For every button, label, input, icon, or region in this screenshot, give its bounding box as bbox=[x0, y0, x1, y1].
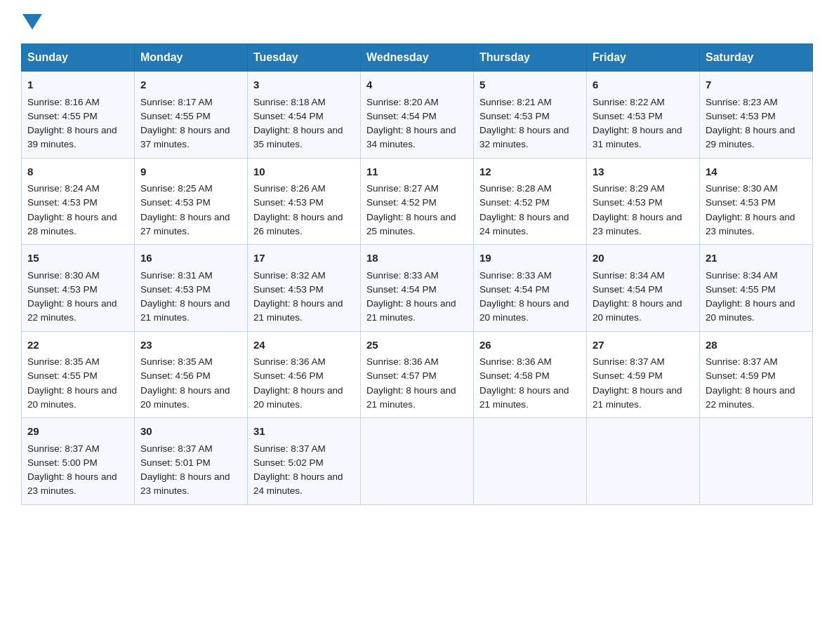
day-number: 23 bbox=[140, 337, 241, 354]
sunrise-text: Sunrise: 8:37 AM bbox=[27, 443, 100, 454]
sunset-text: Sunset: 4:55 PM bbox=[140, 111, 211, 121]
day-number: 12 bbox=[479, 164, 581, 180]
daylight-text: Daylight: 8 hours and 31 minutes. bbox=[593, 125, 682, 149]
sunrise-text: Sunrise: 8:37 AM bbox=[593, 356, 665, 367]
sunset-text: Sunset: 4:57 PM bbox=[366, 370, 437, 381]
day-number: 10 bbox=[253, 164, 355, 180]
sunrise-text: Sunrise: 8:17 AM bbox=[140, 97, 213, 107]
calendar-header-friday: Friday bbox=[587, 44, 700, 72]
svg-marker-0 bbox=[22, 14, 42, 29]
calendar-cell: 21 Sunrise: 8:34 AM Sunset: 4:55 PM Dayl… bbox=[700, 245, 813, 332]
sunset-text: Sunset: 4:53 PM bbox=[27, 284, 98, 295]
calendar-cell: 14 Sunrise: 8:30 AM Sunset: 4:53 PM Dayl… bbox=[700, 158, 813, 245]
sunset-text: Sunset: 5:01 PM bbox=[140, 457, 211, 468]
calendar-cell: 7 Sunrise: 8:23 AM Sunset: 4:53 PM Dayli… bbox=[700, 72, 813, 159]
sunrise-text: Sunrise: 8:34 AM bbox=[706, 270, 778, 281]
day-number: 16 bbox=[140, 250, 241, 267]
calendar-cell: 27 Sunrise: 8:37 AM Sunset: 4:59 PM Dayl… bbox=[587, 331, 700, 418]
day-number: 25 bbox=[366, 337, 468, 354]
calendar-cell: 25 Sunrise: 8:36 AM Sunset: 4:57 PM Dayl… bbox=[361, 331, 474, 418]
calendar-week-row: 8 Sunrise: 8:24 AM Sunset: 4:53 PM Dayli… bbox=[22, 158, 813, 245]
sunset-text: Sunset: 4:52 PM bbox=[366, 197, 437, 208]
sunset-text: Sunset: 4:56 PM bbox=[140, 370, 211, 381]
daylight-text: Daylight: 8 hours and 34 minutes. bbox=[366, 125, 456, 149]
sunrise-text: Sunrise: 8:37 AM bbox=[253, 443, 326, 454]
daylight-text: Daylight: 8 hours and 21 minutes. bbox=[479, 385, 569, 410]
daylight-text: Daylight: 8 hours and 20 minutes. bbox=[479, 298, 569, 323]
sunset-text: Sunset: 4:53 PM bbox=[140, 197, 211, 208]
sunset-text: Sunset: 4:52 PM bbox=[479, 197, 550, 208]
daylight-text: Daylight: 8 hours and 21 minutes. bbox=[140, 298, 230, 323]
sunset-text: Sunset: 4:53 PM bbox=[140, 284, 211, 295]
calendar-cell: 12 Sunrise: 8:28 AM Sunset: 4:52 PM Dayl… bbox=[474, 158, 587, 245]
sunrise-text: Sunrise: 8:21 AM bbox=[479, 97, 552, 107]
calendar-cell: 1 Sunrise: 8:16 AM Sunset: 4:55 PM Dayli… bbox=[22, 72, 135, 159]
sunrise-text: Sunrise: 8:22 AM bbox=[593, 97, 665, 107]
calendar-cell: 31 Sunrise: 8:37 AM Sunset: 5:02 PM Dayl… bbox=[248, 418, 361, 505]
sunrise-text: Sunrise: 8:37 AM bbox=[140, 443, 213, 454]
calendar-cell: 16 Sunrise: 8:31 AM Sunset: 4:53 PM Dayl… bbox=[135, 245, 248, 332]
sunrise-text: Sunrise: 8:28 AM bbox=[479, 183, 552, 194]
sunrise-text: Sunrise: 8:16 AM bbox=[27, 97, 100, 107]
calendar-header-wednesday: Wednesday bbox=[361, 44, 474, 72]
calendar-cell bbox=[361, 418, 474, 505]
daylight-text: Daylight: 8 hours and 39 minutes. bbox=[27, 125, 117, 149]
sunrise-text: Sunrise: 8:33 AM bbox=[479, 270, 552, 281]
calendar-header-monday: Monday bbox=[135, 44, 248, 72]
sunset-text: Sunset: 4:59 PM bbox=[593, 370, 663, 381]
calendar-header-row: SundayMondayTuesdayWednesdayThursdayFrid… bbox=[22, 44, 813, 72]
calendar-cell: 10 Sunrise: 8:26 AM Sunset: 4:53 PM Dayl… bbox=[248, 158, 361, 245]
calendar-cell: 8 Sunrise: 8:24 AM Sunset: 4:53 PM Dayli… bbox=[22, 158, 135, 245]
sunrise-text: Sunrise: 8:32 AM bbox=[253, 270, 326, 281]
day-number: 9 bbox=[140, 164, 241, 180]
calendar-cell: 29 Sunrise: 8:37 AM Sunset: 5:00 PM Dayl… bbox=[22, 418, 135, 505]
calendar-cell: 23 Sunrise: 8:35 AM Sunset: 4:56 PM Dayl… bbox=[135, 331, 248, 418]
daylight-text: Daylight: 8 hours and 28 minutes. bbox=[27, 212, 117, 236]
day-number: 17 bbox=[253, 250, 355, 267]
calendar-cell: 5 Sunrise: 8:21 AM Sunset: 4:53 PM Dayli… bbox=[474, 72, 587, 159]
day-number: 31 bbox=[253, 424, 355, 440]
day-number: 29 bbox=[27, 424, 128, 440]
sunset-text: Sunset: 5:02 PM bbox=[253, 457, 324, 468]
day-number: 19 bbox=[479, 250, 581, 267]
daylight-text: Daylight: 8 hours and 20 minutes. bbox=[253, 385, 343, 410]
calendar-cell: 2 Sunrise: 8:17 AM Sunset: 4:55 PM Dayli… bbox=[135, 72, 248, 159]
sunset-text: Sunset: 4:59 PM bbox=[706, 370, 776, 381]
calendar-cell: 4 Sunrise: 8:20 AM Sunset: 4:54 PM Dayli… bbox=[361, 72, 474, 159]
sunrise-text: Sunrise: 8:23 AM bbox=[706, 97, 778, 107]
daylight-text: Daylight: 8 hours and 21 minutes. bbox=[593, 385, 682, 410]
daylight-text: Daylight: 8 hours and 24 minutes. bbox=[479, 212, 569, 236]
calendar-header-sunday: Sunday bbox=[22, 44, 135, 72]
sunrise-text: Sunrise: 8:20 AM bbox=[366, 97, 439, 107]
day-number: 5 bbox=[479, 77, 581, 93]
calendar-cell: 15 Sunrise: 8:30 AM Sunset: 4:53 PM Dayl… bbox=[22, 245, 135, 332]
sunrise-text: Sunrise: 8:18 AM bbox=[253, 97, 326, 107]
daylight-text: Daylight: 8 hours and 20 minutes. bbox=[593, 298, 682, 323]
daylight-text: Daylight: 8 hours and 20 minutes. bbox=[27, 385, 117, 410]
calendar-cell: 30 Sunrise: 8:37 AM Sunset: 5:01 PM Dayl… bbox=[135, 418, 248, 505]
sunrise-text: Sunrise: 8:26 AM bbox=[253, 183, 326, 194]
sunrise-text: Sunrise: 8:33 AM bbox=[366, 270, 439, 281]
daylight-text: Daylight: 8 hours and 23 minutes. bbox=[140, 471, 230, 496]
day-number: 2 bbox=[140, 77, 241, 93]
calendar-cell: 6 Sunrise: 8:22 AM Sunset: 4:53 PM Dayli… bbox=[587, 72, 700, 159]
calendar-cell: 17 Sunrise: 8:32 AM Sunset: 4:53 PM Dayl… bbox=[248, 245, 361, 332]
day-number: 15 bbox=[27, 250, 128, 267]
daylight-text: Daylight: 8 hours and 23 minutes. bbox=[706, 212, 795, 236]
daylight-text: Daylight: 8 hours and 24 minutes. bbox=[253, 471, 343, 496]
sunset-text: Sunset: 4:54 PM bbox=[593, 284, 663, 295]
day-number: 20 bbox=[593, 250, 694, 267]
day-number: 6 bbox=[593, 77, 694, 93]
day-number: 30 bbox=[140, 424, 241, 440]
day-number: 7 bbox=[706, 77, 807, 93]
calendar-cell bbox=[587, 418, 700, 505]
sunset-text: Sunset: 4:55 PM bbox=[706, 284, 776, 295]
day-number: 26 bbox=[479, 337, 581, 354]
sunset-text: Sunset: 4:54 PM bbox=[366, 111, 437, 121]
day-number: 24 bbox=[253, 337, 355, 354]
sunset-text: Sunset: 4:56 PM bbox=[253, 370, 324, 381]
calendar-cell: 24 Sunrise: 8:36 AM Sunset: 4:56 PM Dayl… bbox=[248, 331, 361, 418]
sunset-text: Sunset: 5:00 PM bbox=[27, 457, 98, 468]
daylight-text: Daylight: 8 hours and 29 minutes. bbox=[706, 125, 795, 149]
daylight-text: Daylight: 8 hours and 35 minutes. bbox=[253, 125, 343, 149]
